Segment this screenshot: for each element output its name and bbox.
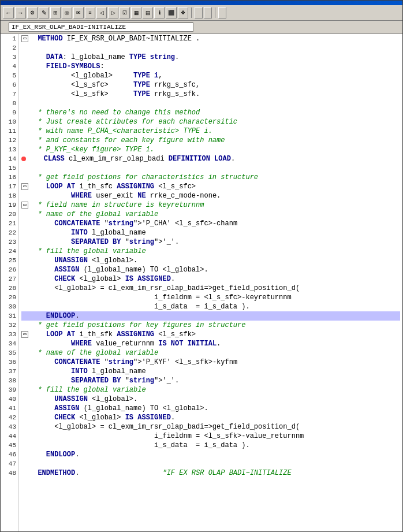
line-number: 27 xyxy=(1,274,18,284)
code-text: ASSIGN (l_global_name) TO <l_global>. xyxy=(29,404,208,413)
code-text: CONCATENATE "string">'P_KYF' <l_s_sfk>-k… xyxy=(29,358,237,367)
toolbar-btn-3[interactable]: ⚙ xyxy=(27,7,38,18)
title-bar xyxy=(1,1,402,5)
main-window: ← → ⚙ ✎ ⊞ ◎ ✉ ≡ ◁ ▷ ☑ ▦ ▤ ℹ ⬛ ❖ 12345678… xyxy=(0,0,403,532)
toolbar-btn-6[interactable]: ◎ xyxy=(62,7,72,18)
comment-text: * field name in structure is keyreturnnm xyxy=(29,200,204,210)
toolbar-btn-11[interactable]: ☑ xyxy=(120,7,130,18)
code-line: CONCATENATE "string">'P_CHA' <l_s_sfc>-c… xyxy=(21,219,400,228)
expand-icon[interactable]: ▭ xyxy=(21,183,28,190)
code-text: CHECK <l_global> IS ASSIGNED. xyxy=(29,413,175,422)
code-text xyxy=(29,459,33,468)
line-number: 40 xyxy=(1,395,18,404)
code-text: <l_s_sfk> TYPE rrkg_s_sfk. xyxy=(29,90,200,99)
code-area: 1234567891011121314151617181920212223242… xyxy=(1,34,402,531)
line-number: 15 xyxy=(1,163,18,173)
code-line: * fill the global variable xyxy=(21,385,400,395)
code-text: <l_global> TYPE i, xyxy=(29,71,162,80)
back-button[interactable]: ← xyxy=(3,7,14,18)
code-line: i_s_data = i_s_data ). xyxy=(21,441,400,450)
line-number: 48 xyxy=(1,468,18,478)
line-number: 22 xyxy=(1,228,18,237)
line-numbers: 1234567891011121314151617181920212223242… xyxy=(1,34,19,531)
code-line xyxy=(21,43,400,53)
code-text: LOOP AT i_th_sfc ASSIGNING <l_s_sfc> xyxy=(29,182,196,191)
toolbar-btn-16[interactable]: ❖ xyxy=(178,7,188,18)
code-text: <l_global> = cl_exm_im_rsr_olap_badi=>ge… xyxy=(29,284,300,293)
toolbar-btn-9[interactable]: ◁ xyxy=(96,7,107,18)
comment-text: * name of the global variable xyxy=(29,210,158,219)
code-text: INTO l_global_name xyxy=(29,228,146,237)
code-text: i_fieldnm = <l_s_sfk>-value_returnnm xyxy=(29,431,304,441)
forward-button[interactable]: → xyxy=(15,7,26,18)
line-number: 16 xyxy=(1,173,18,182)
code-text: SEPARATED BY "string">'_'. xyxy=(29,237,179,247)
line-number: 37 xyxy=(1,367,18,376)
signature-button[interactable] xyxy=(218,7,226,18)
code-line: * with name P_CHA_<characteristic> TYPE … xyxy=(21,127,400,136)
toolbar-btn-10[interactable]: ▷ xyxy=(108,7,118,18)
pretty-printer-button[interactable] xyxy=(204,7,212,18)
code-text: ENDLOOP. xyxy=(29,450,79,459)
code-line: ▭ LOOP AT i_th_sfk ASSIGNING <l_s_sfk> xyxy=(21,330,400,339)
code-line: <l_global> = cl_exm_im_rsr_olap_badi=>ge… xyxy=(21,284,400,293)
line-number: 8 xyxy=(1,99,18,108)
line-number: 23 xyxy=(1,237,18,247)
code-text: WHERE value_returnnm IS NOT INITIAL. xyxy=(29,339,221,348)
line-number: 34 xyxy=(1,339,18,348)
code-text: ASSIGN (l_global_name) TO <l_global>. xyxy=(29,265,208,274)
code-line: * and constants for each key figure with… xyxy=(21,136,400,145)
comment-text: * name of the global variable xyxy=(29,348,158,358)
toolbar-btn-5[interactable]: ⊞ xyxy=(50,7,61,18)
code-line: UNASSIGN <l_global>. xyxy=(21,256,400,265)
line-number: 19 xyxy=(1,200,18,210)
line-number: 45 xyxy=(1,441,18,450)
method-input[interactable] xyxy=(9,23,193,32)
code-line: UNASSIGN <l_global>. xyxy=(21,395,400,404)
code-text: <l_s_sfc> TYPE rrkg_s_sfc, xyxy=(29,80,200,90)
pattern-button[interactable] xyxy=(195,7,203,18)
line-number: 30 xyxy=(1,302,18,311)
code-line: * there's no need to change this method xyxy=(21,108,400,117)
line-number: 42 xyxy=(1,413,18,422)
expand-icon[interactable]: ▭ xyxy=(21,331,28,338)
toolbar-btn-7[interactable]: ✉ xyxy=(73,7,84,18)
line-number: 10 xyxy=(1,117,18,127)
code-text: METHOD IF_EX_RSR_OLAP_BADI~INITIALIZE . xyxy=(29,34,200,43)
toolbar-btn-4[interactable]: ✎ xyxy=(39,7,49,18)
line-number: 46 xyxy=(1,450,18,459)
toolbar-btn-8[interactable]: ≡ xyxy=(85,7,95,18)
line-number: 11 xyxy=(1,127,18,136)
code-line: i_fieldnm = <l_s_sfc>-keyreturnnm xyxy=(21,293,400,302)
comment-text: * fill the global variable xyxy=(29,247,146,256)
code-line: * name of the global variable xyxy=(21,210,400,219)
line-number: 29 xyxy=(1,293,18,302)
expand-icon[interactable]: ▭ xyxy=(21,35,28,42)
code-line: SEPARATED BY "string">'_'. xyxy=(21,237,400,247)
line-number: 25 xyxy=(1,256,18,265)
line-number: 4 xyxy=(1,62,18,71)
breakpoint-dot[interactable] xyxy=(21,157,26,161)
code-content[interactable]: ▭ METHOD IF_EX_RSR_OLAP_BADI~INITIALIZE … xyxy=(19,34,402,531)
code-line: INTO l_global_name xyxy=(21,228,400,237)
code-text: UNASSIGN <l_global>. xyxy=(29,395,137,404)
line-number: 28 xyxy=(1,284,18,293)
line-number: 6 xyxy=(1,80,18,90)
toolbar-btn-15[interactable]: ⬛ xyxy=(166,7,177,18)
code-line: ▭ METHOD IF_EX_RSR_OLAP_BADI~INITIALIZE … xyxy=(21,34,400,43)
method-bar xyxy=(1,21,402,34)
code-text: LOOP AT i_th_sfk ASSIGNING <l_s_sfk> xyxy=(29,330,196,339)
toolbar-btn-14[interactable]: ℹ xyxy=(154,7,165,18)
line-number: 3 xyxy=(1,53,18,62)
expand-icon[interactable]: ▭ xyxy=(21,202,28,209)
code-line: DATA: l_global_name TYPE string. xyxy=(21,53,400,62)
code-text: i_fieldnm = <l_s_sfc>-keyreturnnm xyxy=(29,293,292,302)
toolbar-btn-13[interactable]: ▤ xyxy=(143,7,153,18)
code-line: CONCATENATE "string">'P_KYF' <l_s_sfk>-k… xyxy=(21,358,400,367)
comment-text: * P_KYF_<key figure> TYPE i. xyxy=(29,145,154,154)
line-number: 13 xyxy=(1,145,18,154)
code-line: <l_s_sfc> TYPE rrkg_s_sfc, xyxy=(21,80,400,90)
code-line: * P_KYF_<key figure> TYPE i. xyxy=(21,145,400,154)
toolbar-btn-12[interactable]: ▦ xyxy=(131,7,141,18)
code-line: ENDLOOP. xyxy=(21,450,400,459)
